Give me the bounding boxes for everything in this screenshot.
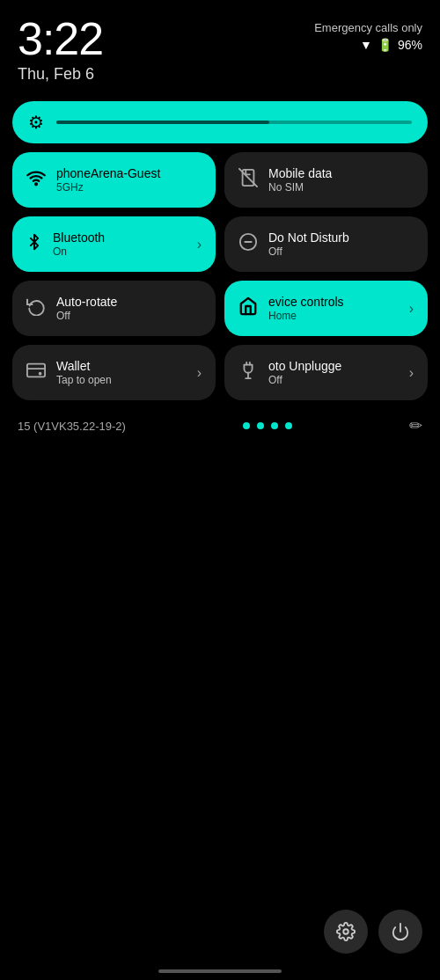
status-right: Emergency calls only ▼ 🔋 96% <box>314 16 422 52</box>
dot-3 <box>271 422 278 429</box>
wallet-icon <box>26 361 46 384</box>
tile-mobile-data[interactable]: Mobile data No SIM <box>224 152 428 208</box>
tile-moto-unplugged[interactable]: oto Unplugge Off › <box>224 345 428 400</box>
moto-unplugged-subtitle: Off <box>268 374 399 386</box>
battery-percent: 96% <box>398 38 422 52</box>
dnd-title: Do Not Disturb <box>268 230 414 245</box>
brightness-row[interactable]: ⚙ <box>12 101 428 143</box>
bottom-actions <box>324 910 422 954</box>
tile-wifi[interactable]: phoneArena-Guest 5GHz <box>12 152 216 208</box>
emergency-text: Emergency calls only <box>314 21 422 34</box>
svg-rect-5 <box>27 364 45 377</box>
wallet-subtitle: Tap to open <box>56 374 187 386</box>
brightness-icon: ⚙ <box>28 112 44 133</box>
svg-point-10 <box>343 929 348 934</box>
svg-point-0 <box>35 183 37 185</box>
wifi-title: phoneArena-Guest <box>56 166 202 180</box>
brightness-slider[interactable] <box>56 121 412 124</box>
bluetooth-subtitle: On <box>53 245 187 258</box>
wallet-arrow: › <box>197 365 202 381</box>
auto-rotate-subtitle: Off <box>56 310 202 322</box>
wallet-tile-text: Wallet Tap to open <box>56 359 187 386</box>
device-controls-arrow: › <box>409 301 414 317</box>
moto-unplugged-tile-text: oto Unplugge Off <box>268 359 399 386</box>
settings-button[interactable] <box>324 910 368 954</box>
dot-2 <box>257 422 264 429</box>
sim-off-icon <box>238 168 258 192</box>
wifi-icon <box>26 168 46 192</box>
dnd-subtitle: Off <box>268 245 414 258</box>
battery-icon: 🔋 <box>378 38 392 52</box>
tile-auto-rotate[interactable]: Auto-rotate Off <box>12 281 216 336</box>
mobile-data-title: Mobile data <box>268 166 414 180</box>
bluetooth-icon <box>26 232 42 256</box>
tile-wallet[interactable]: Wallet Tap to open › <box>12 345 216 400</box>
bluetooth-title: Bluetooth <box>53 230 187 245</box>
quick-tiles-grid: phoneArena-Guest 5GHz Mobile data No SIM… <box>0 152 440 400</box>
time-date: 3:22 Thu, Feb 6 <box>18 16 103 84</box>
device-controls-title: evice controls <box>268 295 399 309</box>
wifi-subtitle: 5GHz <box>56 181 202 194</box>
moto-unplugged-arrow: › <box>409 365 414 381</box>
auto-rotate-tile-text: Auto-rotate Off <box>56 295 202 322</box>
page-dots <box>243 422 292 429</box>
bluetooth-tile-text: Bluetooth On <box>53 230 187 258</box>
edit-icon[interactable]: ✏ <box>409 416 422 435</box>
rotate-icon <box>26 296 46 320</box>
clock: 3:22 <box>18 16 103 62</box>
bluetooth-arrow: › <box>197 237 202 252</box>
svg-point-7 <box>40 373 41 375</box>
dnd-icon <box>238 232 258 256</box>
moto-unplugged-title: oto Unplugge <box>268 359 399 373</box>
mobile-data-subtitle: No SIM <box>268 181 414 194</box>
brightness-fill <box>56 121 269 124</box>
wifi-status-icon: ▼ <box>360 38 372 52</box>
wallet-title: Wallet <box>56 359 187 373</box>
mobile-data-tile-text: Mobile data No SIM <box>268 166 414 194</box>
device-controls-tile-text: evice controls Home <box>268 295 399 322</box>
bottom-line <box>158 969 282 973</box>
status-icons: ▼ 🔋 96% <box>360 38 422 52</box>
home-icon <box>238 296 258 320</box>
unplug-icon <box>238 361 258 384</box>
dot-4 <box>285 422 292 429</box>
dot-1 <box>243 422 250 429</box>
tile-bluetooth[interactable]: Bluetooth On › <box>12 216 216 272</box>
bottom-bar: 15 (V1VK35.22-19-2) ✏ <box>0 404 440 442</box>
build-info: 15 (V1VK35.22-19-2) <box>18 420 126 433</box>
power-button[interactable] <box>378 910 422 954</box>
device-controls-subtitle: Home <box>268 310 399 322</box>
auto-rotate-title: Auto-rotate <box>56 295 202 309</box>
status-bar: 3:22 Thu, Feb 6 Emergency calls only ▼ 🔋… <box>0 0 440 91</box>
tile-dnd[interactable]: Do Not Disturb Off <box>224 216 428 272</box>
dnd-tile-text: Do Not Disturb Off <box>268 230 414 258</box>
date: Thu, Feb 6 <box>18 65 103 84</box>
tile-device-controls[interactable]: evice controls Home › <box>224 281 428 336</box>
wifi-tile-text: phoneArena-Guest 5GHz <box>56 166 202 194</box>
